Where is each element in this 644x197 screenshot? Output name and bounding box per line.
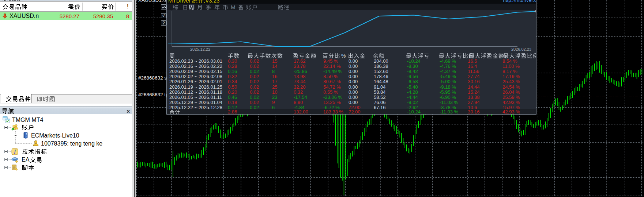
svg-text:2025.12.22: 2025.12.22 [190, 47, 210, 51]
svg-text:XAUUSD1: XAUUSD1 [138, 0, 162, 3]
svg-text:#26868632 sl: #26868632 sl [138, 75, 168, 81]
svg-text:2026.02.23: 2026.02.23 [511, 47, 531, 51]
svg-text:#26868632 tp: #26868632 tp [138, 92, 169, 97]
